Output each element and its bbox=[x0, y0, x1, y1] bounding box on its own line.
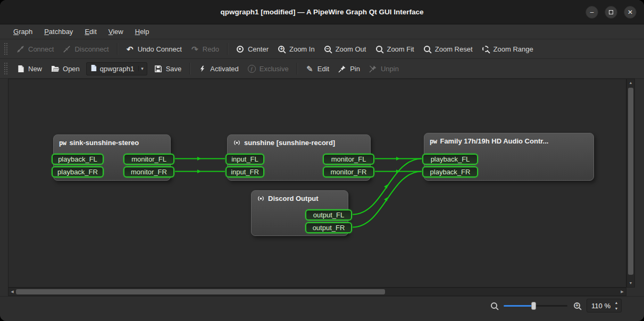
save-label: Save bbox=[166, 65, 182, 73]
redo-button[interactable]: ↷ Redo bbox=[186, 42, 223, 56]
port-output-fl[interactable]: output_FL bbox=[305, 209, 352, 221]
toolbar-drag-handle[interactable] bbox=[4, 63, 7, 74]
unpin-icon bbox=[369, 64, 378, 73]
connect-icon bbox=[16, 45, 25, 54]
vertical-scrollbar-handle[interactable] bbox=[628, 88, 633, 275]
node-header: sunshine [sunshine-record] bbox=[233, 139, 335, 147]
menu-patchbay[interactable]: Patchbay bbox=[38, 26, 79, 37]
port-output-monitor-fl[interactable]: monitor_FL bbox=[323, 154, 374, 165]
node-family-hd-audio[interactable]: pw Family 17h/19h HD Audio Contr... play… bbox=[424, 133, 594, 181]
record-icon bbox=[233, 139, 241, 147]
exclusive-toggle[interactable]: ƒ Exclusive bbox=[243, 62, 293, 76]
zoom-out-label: Zoom Out bbox=[336, 45, 366, 53]
scroll-up-arrow[interactable]: ▲ bbox=[627, 79, 634, 87]
save-icon bbox=[154, 64, 163, 73]
pin-label: Pin bbox=[350, 65, 360, 73]
disconnect-icon bbox=[62, 45, 71, 54]
window-title: qpwgraph1 [modified] — A PipeWire Graph … bbox=[0, 8, 644, 16]
zoom-in-label: Zoom In bbox=[289, 45, 315, 53]
pipewire-icon: pw bbox=[59, 139, 66, 147]
scroll-left-arrow[interactable]: ◀ bbox=[9, 288, 16, 295]
patchbay-selector-value: qpwgraph1 bbox=[100, 65, 134, 73]
zoom-in-button[interactable]: + Zoom In bbox=[273, 42, 319, 56]
toolbar-separator bbox=[189, 63, 190, 74]
port-input-fl[interactable]: input_FL bbox=[225, 154, 264, 165]
menu-view[interactable]: View bbox=[103, 26, 129, 37]
zoom-out-button[interactable]: − Zoom Out bbox=[319, 42, 371, 56]
toolbar-separator bbox=[227, 43, 228, 55]
record-icon bbox=[257, 195, 265, 202]
undo-icon: ↶ bbox=[126, 45, 135, 54]
activated-toggle[interactable]: Activated bbox=[194, 62, 242, 76]
edit-patchbay-button[interactable]: ✎ Edit bbox=[301, 62, 333, 76]
edit-label: Edit bbox=[317, 65, 329, 73]
zoom-fit-label: Zoom Fit bbox=[387, 45, 414, 53]
port-output-fr[interactable]: output_FR bbox=[305, 222, 352, 233]
new-patchbay-button[interactable]: New bbox=[12, 62, 46, 76]
zoom-range-label: Zoom Range bbox=[494, 45, 533, 53]
port-input-playback-fl[interactable]: playback_FL bbox=[52, 154, 104, 165]
vertical-scrollbar[interactable]: ▲ ▼ bbox=[626, 79, 635, 288]
patchbay-selector[interactable]: qpwgraph1 ▾ bbox=[86, 62, 147, 75]
port-output-monitor-fr[interactable]: monitor_FR bbox=[123, 166, 174, 178]
patchbay-toolbar: New Open qpwgraph1 ▾ Save Ac bbox=[0, 59, 644, 79]
toolbar-separator bbox=[117, 43, 118, 55]
center-button[interactable]: Center bbox=[231, 42, 273, 56]
zoom-in-icon: + bbox=[277, 45, 286, 54]
redo-label: Redo bbox=[203, 45, 219, 53]
open-folder-icon bbox=[51, 64, 60, 73]
center-label: Center bbox=[248, 45, 269, 53]
minimize-button[interactable]: – bbox=[586, 6, 598, 19]
undo-connect-button[interactable]: ↶ Undo Connect bbox=[121, 42, 186, 56]
port-output-monitor-fl[interactable]: monitor_FL bbox=[123, 154, 174, 165]
toolbar-drag-handle[interactable] bbox=[4, 43, 7, 55]
zoom-fit-button[interactable]: Zoom Fit bbox=[370, 42, 418, 56]
node-sunshine[interactable]: sunshine [sunshine-record] input_FL inpu… bbox=[227, 134, 371, 181]
zoom-range-button[interactable]: Zoom Range bbox=[477, 42, 538, 56]
spin-up-button[interactable]: ▲ bbox=[613, 300, 620, 306]
pin-icon bbox=[338, 64, 347, 73]
connect-button[interactable]: Connect bbox=[12, 42, 58, 56]
app-window: qpwgraph1 [modified] — A PipeWire Graph … bbox=[0, 0, 644, 321]
save-patchbay-button[interactable]: Save bbox=[149, 62, 186, 76]
zoom-reset-button[interactable]: Zoom Reset bbox=[419, 42, 477, 56]
new-label: New bbox=[28, 65, 42, 73]
port-output-monitor-fr[interactable]: monitor_FR bbox=[323, 166, 374, 178]
disconnect-button[interactable]: Disconnect bbox=[58, 42, 113, 56]
node-header: pw sink-sunshine-stereo bbox=[59, 139, 139, 147]
zoom-spinbox[interactable]: 110 % ▲ ▼ bbox=[587, 299, 622, 312]
horizontal-scrollbar-handle[interactable] bbox=[16, 289, 385, 294]
node-header: pw Family 17h/19h HD Audio Contr... bbox=[430, 137, 548, 145]
zoom-slider-handle[interactable] bbox=[531, 302, 536, 310]
menu-edit[interactable]: Edit bbox=[79, 26, 102, 37]
node-title: Discord Output bbox=[268, 195, 319, 202]
node-discord-output[interactable]: Discord Output output_FL output_FR bbox=[251, 190, 348, 236]
patchbay-file-icon bbox=[90, 64, 97, 73]
redo-icon: ↷ bbox=[190, 45, 199, 54]
lightning-icon bbox=[198, 64, 207, 73]
zoom-out-small-icon bbox=[491, 302, 497, 309]
zoom-slider[interactable] bbox=[504, 301, 567, 310]
scrollbar-corner bbox=[626, 288, 635, 296]
port-input-playback-fr[interactable]: playback_FR bbox=[422, 166, 478, 178]
open-label: Open bbox=[63, 65, 80, 73]
pipewire-icon: pw bbox=[430, 138, 437, 145]
unpin-button[interactable]: Unpin bbox=[364, 62, 403, 76]
port-input-playback-fl[interactable]: playback_FL bbox=[422, 154, 478, 165]
scroll-down-arrow[interactable]: ▼ bbox=[627, 280, 634, 287]
graph-canvas[interactable]: pw sink-sunshine-stereo playback_FL play… bbox=[8, 79, 626, 288]
scroll-right-arrow[interactable]: ▶ bbox=[618, 288, 626, 295]
close-button[interactable]: ✕ bbox=[624, 6, 637, 19]
horizontal-scrollbar[interactable]: ◀ ▶ bbox=[8, 288, 626, 296]
titlebar[interactable]: qpwgraph1 [modified] — A PipeWire Graph … bbox=[0, 0, 644, 24]
menu-graph[interactable]: Graph bbox=[7, 26, 38, 37]
open-patchbay-button[interactable]: Open bbox=[46, 62, 84, 76]
port-input-fr[interactable]: input_FR bbox=[225, 166, 264, 178]
pin-button[interactable]: Pin bbox=[333, 62, 364, 76]
maximize-button[interactable] bbox=[605, 6, 617, 19]
spin-down-button[interactable]: ▼ bbox=[613, 306, 620, 311]
port-input-playback-fr[interactable]: playback_FR bbox=[52, 166, 104, 178]
node-sink-sunshine-stereo[interactable]: pw sink-sunshine-stereo playback_FL play… bbox=[53, 134, 171, 181]
zoom-slider-fill bbox=[504, 305, 533, 307]
menu-help[interactable]: Help bbox=[129, 26, 155, 37]
